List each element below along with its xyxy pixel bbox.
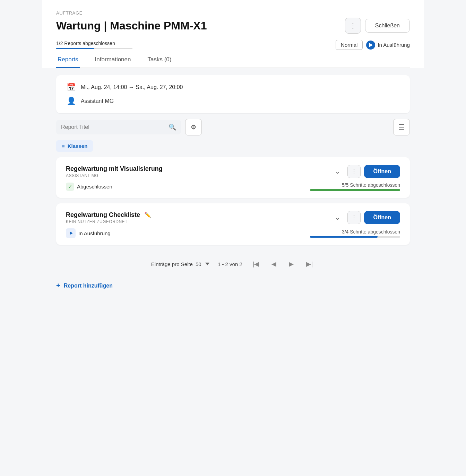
report-title-area-2: Regelwartung Checkliste ✏️ KEIN NUTZER Z…: [66, 211, 151, 224]
last-page-button[interactable]: ▶|: [304, 259, 315, 269]
search-input[interactable]: [61, 124, 165, 130]
edit-icon-2[interactable]: ✏️: [144, 212, 151, 218]
tab-tasks[interactable]: Tasks (0): [146, 52, 173, 68]
date-range: Mi., Aug. 24, 14:00 → Sa., Aug. 27, 20:0…: [81, 84, 183, 90]
filter-button[interactable]: ⚙: [185, 119, 202, 135]
prev-page-button[interactable]: ◀: [269, 259, 278, 269]
per-page-group: Einträge pro Seite 50 25 100: [151, 261, 209, 267]
steps-right-1: 5/5 Schritte abgeschlossen: [310, 182, 400, 191]
report-card-1: Regelwartung mit Visualisierung ASSISTAN…: [56, 157, 410, 198]
play-triangle-sm-2: [70, 231, 73, 235]
progress-bar-track: [56, 48, 132, 49]
first-page-button[interactable]: |◀: [251, 259, 261, 269]
search-icon: 🔍: [169, 123, 176, 131]
report-title-2: Regelwartung Checkliste: [66, 211, 140, 219]
play-icon: [366, 41, 375, 50]
chevron-down-button-1[interactable]: ⌄: [331, 165, 344, 178]
play-triangle: [369, 43, 373, 47]
add-report-row[interactable]: + Report hinzufügen: [42, 276, 424, 300]
info-card: 📅 Mi., Aug. 24, 14:00 → Sa., Aug. 27, 20…: [56, 75, 410, 113]
date-row: 📅 Mi., Aug. 24, 14:00 → Sa., Aug. 27, 20…: [67, 83, 399, 92]
assignee-row: 👤 Assistant MG: [67, 97, 399, 106]
page-range-label: 1 - 2 von 2: [218, 261, 242, 267]
tab-reports[interactable]: Reports: [56, 52, 80, 68]
klassen-button[interactable]: ≡ Klassen: [56, 140, 93, 152]
report-card-2: Regelwartung Checkliste ✏️ KEIN NUTZER Z…: [56, 203, 410, 245]
report-card-2-actions: ⌄ ⋮ Öffnen: [331, 211, 400, 224]
pagination-bar: Einträge pro Seite 50 25 100 1 - 2 von 2…: [56, 250, 410, 276]
report-status-row-1: ✓ Abgeschlossen 5/5 Schritte abgeschloss…: [66, 182, 400, 191]
search-filter-row: 🔍 ⚙ ☰: [56, 119, 410, 135]
more-options-button[interactable]: ⋮: [345, 18, 361, 34]
report-status-row-2: In Ausführung 3/4 Schritte abgeschlossen: [66, 228, 400, 238]
done-badge-1: ✓ Abgeschlossen: [66, 183, 112, 191]
tabs-row: Reports Informationen Tasks (0): [56, 52, 410, 68]
klassen-row: ≡ Klassen: [56, 140, 410, 152]
breadcrumb: AUFTRÄGE: [56, 10, 410, 16]
steps-right-2: 3/4 Schritte abgeschlossen: [310, 229, 400, 238]
report-card-1-header: Regelwartung mit Visualisierung ASSISTAN…: [66, 165, 400, 178]
filter-lines-icon: ≡: [62, 143, 65, 149]
filter-icon: ⚙: [191, 123, 196, 131]
progress-label: 1/2 Reports abgeschlossen: [56, 41, 132, 46]
per-page-select[interactable]: 50 25 100: [196, 261, 209, 267]
page-title: Wartung | Maschine PMM-X1: [56, 19, 207, 32]
report-subtitle-1: ASSISTANT MG: [66, 173, 163, 178]
calendar-icon: 📅: [67, 83, 76, 92]
close-button[interactable]: Schließen: [365, 19, 410, 33]
priority-badge: Normal: [336, 40, 363, 50]
dots-button-2[interactable]: ⋮: [347, 211, 361, 224]
plus-icon: +: [56, 282, 60, 290]
report-card-2-header: Regelwartung Checkliste ✏️ KEIN NUTZER Z…: [66, 211, 400, 224]
open-button-1[interactable]: Öffnen: [364, 165, 400, 178]
steps-info-2: 3/4 Schritte abgeschlossen: [342, 229, 400, 235]
chevron-down-button-2[interactable]: ⌄: [331, 211, 344, 224]
assignee-name: Assistant MG: [81, 98, 114, 104]
execution-status: In Ausführung: [366, 41, 410, 50]
open-button-2[interactable]: Öffnen: [364, 211, 400, 224]
report-title-1: Regelwartung mit Visualisierung: [66, 165, 163, 173]
progress-bar-fill: [56, 48, 94, 49]
report-subtitle-2: KEIN NUTZER ZUGEORDNET: [66, 219, 151, 224]
running-badge-2: In Ausführung: [66, 228, 111, 238]
menu-button[interactable]: ☰: [393, 119, 410, 135]
steps-progress-track-2: [310, 236, 400, 238]
report-card-1-actions: ⌄ ⋮ Öffnen: [331, 165, 400, 178]
play-icon-sm-2: [66, 228, 76, 238]
report-title-area-1: Regelwartung mit Visualisierung ASSISTAN…: [66, 165, 163, 178]
dots-button-1[interactable]: ⋮: [347, 165, 361, 178]
menu-icon: ☰: [398, 123, 405, 131]
steps-progress-fill-2: [310, 236, 378, 238]
search-box[interactable]: 🔍: [56, 120, 181, 134]
person-icon: 👤: [67, 97, 76, 106]
steps-info-1: 5/5 Schritte abgeschlossen: [342, 182, 400, 188]
add-report-label: Report hinzufügen: [64, 283, 113, 289]
next-page-button[interactable]: ▶: [287, 259, 296, 269]
per-page-label: Einträge pro Seite: [151, 261, 193, 267]
dots-icon: ⋮: [350, 21, 356, 30]
steps-progress-track-1: [310, 189, 400, 191]
tab-informationen[interactable]: Informationen: [94, 52, 132, 68]
check-icon-1: ✓: [66, 183, 74, 191]
steps-progress-fill-1: [310, 189, 400, 191]
